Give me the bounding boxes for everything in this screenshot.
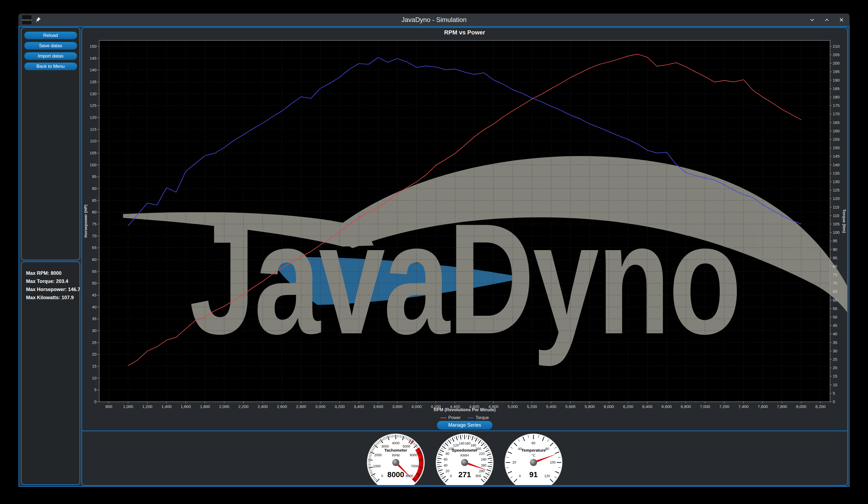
svg-text:180: 180	[471, 444, 476, 447]
import-datas-button[interactable]: Import datas	[24, 52, 77, 60]
svg-text:260: 260	[481, 464, 487, 467]
svg-text:100: 100	[833, 230, 839, 235]
rpm-power-chart: JavaDyno05101520253035404550556065707580…	[82, 28, 847, 409]
svg-text:100: 100	[550, 461, 556, 464]
legend-label-power: Power	[448, 415, 461, 420]
svg-text:70: 70	[92, 233, 96, 238]
stats-panel: Max RPM: 8000 Max Torque: 203.4 Max Hors…	[21, 261, 80, 485]
svg-text:130: 130	[833, 179, 839, 184]
svg-text:95: 95	[833, 239, 837, 243]
svg-text:91: 91	[529, 470, 538, 479]
svg-text:130: 130	[90, 91, 96, 96]
svg-text:8000: 8000	[388, 470, 404, 479]
svg-text:165: 165	[833, 120, 839, 125]
window-content: Reload Save datas Import datas Back to M…	[19, 26, 849, 487]
svg-text:Temperature: Temperature	[521, 448, 546, 452]
svg-text:25: 25	[833, 357, 837, 362]
svg-text:7000: 7000	[411, 464, 418, 468]
chart-panel: JavaDyno05101520253035404550556065707580…	[81, 27, 848, 486]
svg-text:60: 60	[444, 457, 447, 461]
svg-text:30: 30	[92, 328, 96, 333]
window-title: JavaDyno - Simulation	[19, 13, 849, 26]
svg-text:185: 185	[833, 86, 839, 91]
svg-text:155: 155	[833, 137, 839, 142]
svg-text:KM/H: KM/H	[460, 454, 469, 457]
svg-text:125: 125	[833, 188, 839, 192]
gauge-tachometer: 010002000300040005000600070008000Tachome…	[365, 432, 426, 486]
svg-text:85: 85	[92, 198, 96, 203]
svg-text:140: 140	[459, 442, 464, 445]
svg-text:85: 85	[833, 255, 837, 260]
svg-text:95: 95	[92, 174, 96, 179]
svg-text:170: 170	[833, 111, 839, 116]
power-line-swatch	[441, 417, 446, 418]
chart-title: RPM vs Power	[82, 29, 847, 36]
svg-text:160: 160	[833, 129, 839, 133]
svg-text:Horsepower (HP): Horsepower (HP)	[83, 204, 88, 238]
svg-text:15: 15	[92, 364, 96, 369]
stat-max-torque: Max Torque: 203.4	[26, 277, 75, 285]
svg-text:30: 30	[833, 349, 837, 353]
titlebar: JavaDyno JavaDyno - Simulation	[19, 13, 849, 26]
svg-text:0: 0	[833, 399, 835, 404]
svg-text:100: 100	[90, 162, 96, 167]
maximize-button[interactable]	[824, 17, 830, 23]
gauge-temperature: 020406080100120Temperature°C91	[503, 432, 564, 486]
svg-text:271: 271	[458, 470, 471, 479]
svg-text:140: 140	[833, 162, 839, 167]
svg-text:JavaDyno: JavaDyno	[189, 191, 740, 367]
svg-text:125: 125	[90, 103, 96, 108]
save-datas-button[interactable]: Save datas	[24, 42, 77, 50]
svg-text:20: 20	[446, 469, 450, 473]
svg-text:105: 105	[833, 222, 839, 226]
svg-text:240: 240	[481, 457, 487, 461]
svg-text:190: 190	[833, 78, 839, 82]
svg-text:135: 135	[90, 80, 96, 84]
app-window: JavaDyno JavaDyno - Simulation Reload Sa…	[19, 13, 849, 487]
x-axis-label: RPM (Revolutions Per Minute)	[82, 407, 847, 412]
svg-text:70: 70	[833, 281, 837, 285]
svg-text:65: 65	[833, 289, 837, 294]
svg-text:115: 115	[833, 205, 839, 209]
chart-legend: Power Torque	[82, 415, 847, 420]
svg-text:150: 150	[90, 44, 96, 49]
svg-text:150: 150	[833, 145, 839, 150]
svg-text:20: 20	[833, 365, 837, 370]
svg-text:145: 145	[833, 154, 839, 159]
svg-text:40: 40	[444, 464, 447, 467]
back-to-menu-button[interactable]: Back to Menu	[24, 62, 77, 70]
svg-text:110: 110	[833, 213, 839, 218]
svg-text:140: 140	[90, 68, 96, 72]
svg-text:20: 20	[92, 352, 96, 356]
stat-max-horsepower: Max Horsepower: 146.7	[26, 285, 75, 293]
svg-text:45: 45	[92, 293, 96, 297]
svg-text:40: 40	[92, 305, 96, 309]
svg-text:20: 20	[512, 461, 516, 464]
svg-text:280: 280	[479, 469, 485, 473]
svg-text:RPM: RPM	[392, 454, 400, 457]
minimize-button[interactable]	[809, 17, 815, 23]
manage-series-button[interactable]: Manage Series	[437, 421, 493, 430]
window-controls	[809, 13, 845, 26]
svg-text:60: 60	[833, 298, 837, 302]
svg-text:15: 15	[833, 374, 837, 379]
close-button[interactable]	[838, 17, 845, 23]
svg-text:0: 0	[519, 474, 521, 478]
svg-text:200: 200	[833, 61, 839, 65]
svg-text:5: 5	[833, 391, 835, 395]
svg-text:205: 205	[833, 52, 839, 57]
svg-text:65: 65	[92, 245, 96, 250]
gauges-row: 010002000300040005000600070008000Tachome…	[82, 432, 847, 486]
svg-text:195: 195	[833, 69, 839, 74]
svg-text:160: 160	[465, 442, 471, 445]
svg-text:0: 0	[450, 474, 452, 478]
reload-button[interactable]: Reload	[24, 31, 77, 39]
svg-text:80: 80	[833, 264, 837, 269]
svg-text:°C: °C	[531, 454, 535, 457]
svg-text:105: 105	[90, 151, 96, 155]
svg-text:180: 180	[833, 95, 839, 99]
svg-text:0: 0	[381, 474, 383, 478]
gauge-section-divider	[82, 431, 847, 431]
svg-text:10: 10	[92, 376, 96, 380]
svg-text:Speedometer: Speedometer	[452, 448, 477, 452]
